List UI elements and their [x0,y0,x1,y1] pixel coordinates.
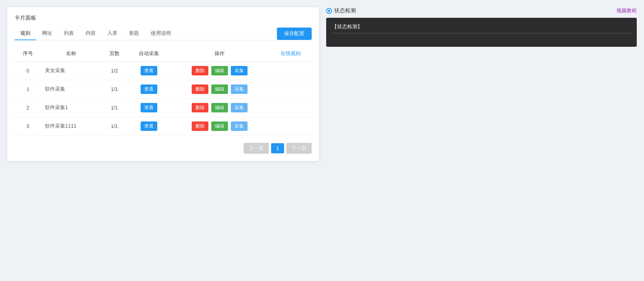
row-pages: 1/1 [101,117,128,136]
row-view-btn-cell: 查看 [128,99,170,117]
row-online-rules-cell [269,80,312,99]
row-actions-cell: 删除 编辑 采集 [170,62,269,80]
prev-page-button[interactable]: 上一页 [244,143,269,154]
row-name: 软件采集 [41,80,101,99]
tab-inbound[interactable]: 入库 [101,27,123,40]
row-index: 1 [14,80,41,99]
status-label: 状态检测 [334,7,356,14]
row-index: 2 [14,99,41,117]
collect-button[interactable]: 采集 [231,66,248,75]
table-row: 2 软件采集1 1/1 查看 删除 编辑 采集 [14,99,312,117]
row-actions-cell: 删除 编辑 采集 [170,80,269,99]
online-rules-link[interactable]: 在线规则 [281,50,301,56]
left-panel: 卡片面板 规则 网址 列表 内容 入库 密匙 使用说明 保存配置 序号 名称 页… [7,7,319,161]
view-button[interactable]: 查看 [141,66,157,75]
col-online-rules: 在线规则 [269,46,312,62]
tab-content[interactable]: 内容 [80,27,101,40]
collect-button[interactable]: 采集 [231,121,248,131]
edit-button[interactable]: 编辑 [211,66,228,75]
status-console: 【状态检测】 [326,18,637,47]
delete-button[interactable]: 删除 [192,84,208,94]
view-button[interactable]: 查看 [141,103,157,112]
row-online-rules-cell [269,62,312,80]
delete-button[interactable]: 删除 [192,121,208,131]
next-page-button[interactable]: 下一页 [286,143,312,154]
console-title: 【状态检测】 [332,24,631,30]
row-name: 软件采集1111 [41,117,101,136]
tab-key[interactable]: 密匙 [123,27,145,40]
row-pages: 1/1 [101,99,128,117]
console-divider [332,33,631,33]
col-auto-collect: 自动采集 [128,46,170,62]
delete-button[interactable]: 删除 [192,66,208,75]
panel-title: 卡片面板 [14,15,312,21]
video-tutorial-link[interactable]: 视频教程 [616,8,637,14]
current-page-button[interactable]: 1 [271,143,284,153]
row-index: 0 [14,62,41,80]
row-view-btn-cell: 查看 [128,62,170,80]
row-pages: 1/2 [101,62,128,80]
tab-list[interactable]: 列表 [58,27,80,40]
row-online-rules-cell [269,99,312,117]
view-button[interactable]: 查看 [141,121,157,131]
row-index: 3 [14,117,41,136]
row-view-btn-cell: 查看 [128,117,170,136]
row-actions-cell: 删除 编辑 采集 [170,117,269,136]
status-header: 状态检测 视频教程 [326,7,637,14]
col-pages: 页数 [101,46,128,62]
row-online-rules-cell [269,117,312,136]
pagination: 上一页 1 下一页 [14,143,312,154]
collect-button[interactable]: 采集 [231,84,248,94]
row-view-btn-cell: 查看 [128,80,170,99]
col-name: 名称 [41,46,101,62]
edit-button[interactable]: 编辑 [211,84,228,94]
row-actions-cell: 删除 编辑 采集 [170,99,269,117]
edit-button[interactable]: 编辑 [211,121,228,131]
col-index: 序号 [14,46,41,62]
col-actions: 操作 [170,46,269,62]
save-config-button[interactable]: 保存配置 [277,28,312,40]
right-panel: 状态检测 视频教程 【状态检测】 [326,7,637,274]
row-name: 软件采集1 [41,99,101,117]
tab-rules[interactable]: 规则 [14,27,36,40]
row-name: 美女采集 [41,62,101,80]
tab-url[interactable]: 网址 [36,27,58,40]
tabs-bar: 规则 网址 列表 内容 入库 密匙 使用说明 保存配置 [14,27,312,40]
rules-table: 序号 名称 页数 自动采集 操作 在线规则 0 美女采集 1/2 [14,46,312,136]
tab-instructions[interactable]: 使用说明 [145,27,177,40]
status-dot-icon [326,8,332,14]
collect-button[interactable]: 采集 [231,103,248,112]
table-row: 1 软件采集 1/1 查看 删除 编辑 采集 [14,80,312,99]
status-dot-inner [328,10,330,12]
table-row: 0 美女采集 1/2 查看 删除 编辑 采集 [14,62,312,80]
row-pages: 1/1 [101,80,128,99]
view-button[interactable]: 查看 [141,84,157,94]
delete-button[interactable]: 删除 [192,103,208,112]
edit-button[interactable]: 编辑 [211,103,228,112]
table-row: 3 软件采集1111 1/1 查看 删除 编辑 采集 [14,117,312,136]
status-title: 状态检测 [326,7,356,14]
data-table-wrapper: 序号 名称 页数 自动采集 操作 在线规则 0 美女采集 1/2 [14,46,312,154]
